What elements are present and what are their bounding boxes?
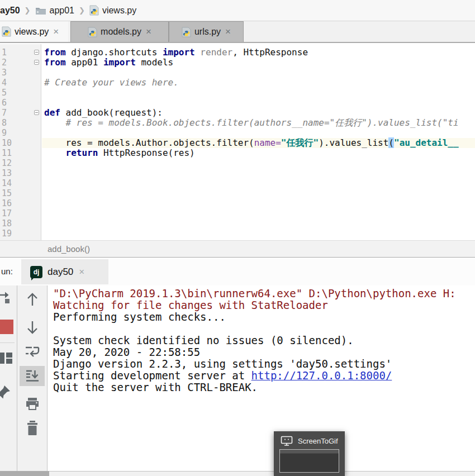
line-number: 13 bbox=[0, 168, 41, 178]
code-line: # res = models.Book.objects.filter(autho… bbox=[42, 118, 475, 128]
python-file-icon bbox=[2, 26, 11, 37]
tab-label: urls.py bbox=[194, 27, 221, 37]
tab-views-py[interactable]: views.py × bbox=[0, 21, 68, 42]
python-file-icon bbox=[182, 27, 191, 37]
code-lines[interactable]: from django.shortcuts import render, Htt… bbox=[42, 44, 475, 240]
code-line: def add_book(request): bbox=[42, 108, 475, 118]
code-line: # Create your views here. bbox=[42, 78, 475, 88]
line-number: 14 bbox=[0, 178, 41, 188]
run-tab-day50[interactable]: dj day50 × bbox=[21, 259, 108, 284]
line-number: 12 bbox=[0, 158, 41, 168]
line-number: 1 bbox=[0, 47, 41, 58]
editor-tab-bar: views.py × models.py × urls.py × bbox=[0, 21, 475, 43]
run-toolwindow-header: un: dj day50 × bbox=[0, 258, 475, 285]
thumbnail-titlebar bbox=[280, 450, 339, 454]
line-number: 9 bbox=[0, 128, 41, 138]
code-line: return HttpResponse(res) bbox=[42, 148, 475, 158]
code-line bbox=[42, 218, 475, 229]
window-thumbnail[interactable] bbox=[279, 449, 339, 473]
run-tab-label: day50 bbox=[48, 266, 73, 278]
editor-gutter: 12345678910111213141516171819 bbox=[0, 44, 41, 240]
tab-urls-py[interactable]: urls.py × bbox=[169, 21, 244, 42]
line-number: 10 bbox=[0, 138, 41, 148]
close-icon[interactable]: × bbox=[79, 266, 84, 278]
code-line bbox=[42, 178, 475, 188]
fold-marker-icon[interactable] bbox=[34, 110, 39, 115]
layout-icon[interactable] bbox=[0, 351, 13, 365]
folder-icon bbox=[35, 6, 46, 15]
close-icon[interactable]: × bbox=[53, 26, 59, 37]
con-line: System check identified no issues (0 sil… bbox=[53, 335, 475, 346]
chevron-right-icon: ❯ bbox=[79, 6, 85, 15]
soft-wrap-icon[interactable] bbox=[25, 345, 40, 359]
status-bar bbox=[49, 471, 475, 476]
breadcrumb-project[interactable]: ay50 bbox=[0, 6, 20, 16]
tab-label: models.py bbox=[101, 27, 141, 37]
console-output[interactable]: "D:\PyCharm 2019.1.3\bin\runnerw64.exe" … bbox=[48, 285, 475, 471]
editor-context-bar: add_book() bbox=[0, 240, 475, 258]
code-line bbox=[42, 208, 475, 218]
close-icon[interactable]: × bbox=[225, 26, 231, 37]
code-line bbox=[42, 188, 475, 198]
line-number: 7 bbox=[0, 108, 41, 118]
code-line bbox=[42, 98, 475, 108]
code-line bbox=[42, 198, 475, 208]
close-icon[interactable]: × bbox=[146, 26, 151, 37]
line-number: 6 bbox=[0, 98, 41, 108]
line-number: 18 bbox=[0, 218, 41, 229]
rerun-icon[interactable] bbox=[0, 289, 13, 306]
con-line: "D:\PyCharm 2019.1.3\bin\runnerw64.exe" … bbox=[53, 288, 475, 299]
console-link[interactable]: http://127.0.0.1:8000/ bbox=[251, 369, 392, 382]
con-line: May 20, 2020 - 22:58:55 bbox=[53, 346, 475, 358]
python-file-icon bbox=[89, 5, 99, 16]
django-icon: dj bbox=[30, 266, 42, 278]
stop-icon[interactable] bbox=[0, 320, 13, 334]
tab-label: views.py bbox=[15, 27, 49, 37]
line-number: 16 bbox=[0, 198, 41, 208]
line-number: 19 bbox=[0, 229, 41, 239]
con-line: Watching for file changes with StatReloa… bbox=[53, 299, 475, 311]
status-bar-segment bbox=[0, 471, 49, 476]
code-line bbox=[42, 88, 475, 98]
breadcrumb: ay50 ❯ app01 ❯ views.py bbox=[0, 0, 475, 21]
trash-icon[interactable] bbox=[26, 420, 39, 437]
code-line: from django.shortcuts import render, Htt… bbox=[42, 47, 475, 58]
code-editor[interactable]: 12345678910111213141516171819 from djang… bbox=[0, 44, 475, 240]
scroll-to-end-icon[interactable] bbox=[25, 369, 40, 383]
fold-marker-icon[interactable] bbox=[34, 60, 39, 65]
pin-icon[interactable] bbox=[0, 384, 12, 400]
print-icon[interactable] bbox=[25, 397, 40, 411]
chevron-right-icon: ❯ bbox=[25, 6, 31, 15]
con-line: Starting development server at http://12… bbox=[53, 370, 475, 382]
line-number: 11 bbox=[0, 148, 41, 158]
code-line bbox=[42, 68, 475, 78]
code-line bbox=[42, 168, 475, 178]
run-label: un: bbox=[1, 258, 13, 285]
line-number: 5 bbox=[0, 88, 41, 98]
line-number: 3 bbox=[0, 68, 41, 78]
breadcrumb-package[interactable]: app01 bbox=[50, 6, 75, 16]
con-line: Django version 2.2.3, using settings 'da… bbox=[53, 358, 475, 370]
con-line bbox=[53, 323, 475, 335]
context-function[interactable]: add_book() bbox=[48, 241, 90, 257]
line-number: 8 bbox=[0, 118, 41, 128]
tab-models-py[interactable]: models.py × bbox=[70, 21, 169, 42]
code-line bbox=[42, 158, 475, 168]
screentogif-preview-popup[interactable]: ScreenToGif bbox=[274, 431, 345, 476]
con-line: Performing system checks... bbox=[53, 311, 475, 323]
breadcrumb-file[interactable]: views.py bbox=[102, 6, 136, 16]
code-line: from app01 import models bbox=[42, 58, 475, 68]
down-arrow-icon[interactable] bbox=[25, 320, 40, 335]
python-file-icon bbox=[88, 27, 97, 37]
code-line bbox=[42, 128, 475, 138]
con-line: Quit the server with CTRL-BREAK. bbox=[53, 382, 475, 393]
console-toolbar bbox=[17, 285, 48, 471]
fold-marker-icon[interactable] bbox=[34, 50, 39, 55]
toolbar-separator bbox=[0, 342, 15, 343]
up-arrow-icon[interactable] bbox=[25, 292, 40, 307]
line-number: 4 bbox=[0, 78, 41, 88]
code-line: res = models.Author.objects.filter(name=… bbox=[42, 138, 475, 148]
popup-title: ScreenToGif bbox=[298, 437, 338, 445]
line-number: 15 bbox=[0, 188, 41, 198]
line-number: 17 bbox=[0, 208, 41, 218]
